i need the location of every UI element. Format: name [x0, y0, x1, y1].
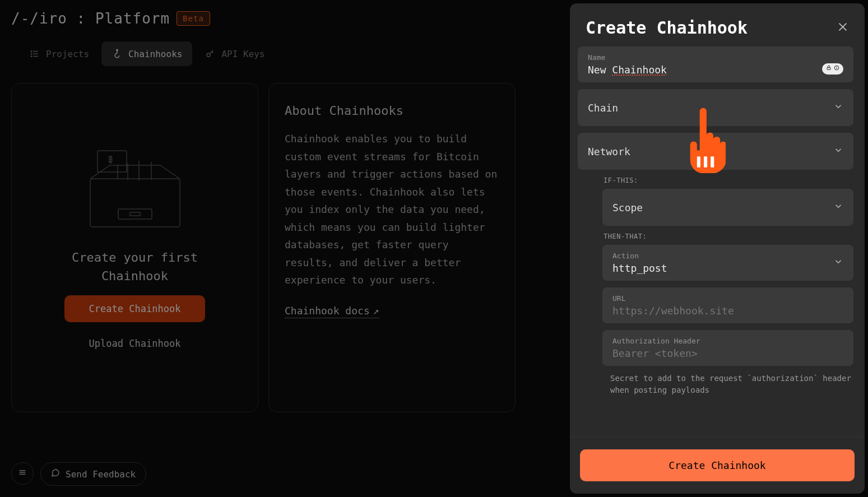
- scope-label: Scope: [612, 202, 643, 213]
- chain-select[interactable]: Chain: [578, 89, 853, 126]
- panel-title: Create Chainhook: [586, 18, 748, 38]
- close-button[interactable]: [837, 21, 849, 35]
- auth-help-text: Secret to add to the request `authorizat…: [610, 373, 851, 396]
- action-select[interactable]: Action http_post: [602, 245, 853, 281]
- create-chainhook-panel: Create Chainhook Name New Chainhook: [570, 3, 865, 494]
- lock-icon: [826, 65, 832, 72]
- chevron-down-icon: [833, 101, 843, 114]
- auth-input[interactable]: [612, 347, 843, 359]
- chevron-down-icon: [833, 257, 843, 269]
- then-that-label: THEN-THAT:: [604, 233, 858, 240]
- url-field[interactable]: URL: [602, 287, 853, 323]
- network-select[interactable]: Network: [578, 133, 853, 170]
- name-label: Name: [588, 53, 843, 62]
- panel-scroll[interactable]: Name New Chainhook Chain: [578, 47, 861, 436]
- name-field[interactable]: Name New Chainhook: [578, 47, 853, 82]
- network-label: Network: [588, 146, 630, 157]
- url-input[interactable]: [612, 305, 843, 317]
- auth-label: Authorization Header: [612, 337, 843, 345]
- chevron-down-icon: [833, 201, 843, 213]
- chevron-down-icon: [833, 145, 843, 157]
- panel-header: Create Chainhook: [570, 3, 865, 47]
- auth-field[interactable]: Authorization Header: [602, 330, 853, 366]
- action-value: http_post: [612, 262, 667, 274]
- svg-rect-22: [827, 68, 830, 70]
- action-label: Action: [612, 252, 667, 260]
- lock-badge[interactable]: [822, 63, 843, 75]
- name-value[interactable]: New Chainhook: [588, 64, 667, 76]
- panel-footer: Create Chainhook: [570, 436, 865, 494]
- url-label: URL: [612, 294, 843, 303]
- chain-label: Chain: [588, 102, 618, 114]
- if-this-label: IF-THIS:: [604, 176, 858, 184]
- info-icon: [834, 65, 839, 72]
- submit-create-chainhook[interactable]: Create Chainhook: [580, 449, 855, 481]
- scope-select[interactable]: Scope: [602, 189, 853, 226]
